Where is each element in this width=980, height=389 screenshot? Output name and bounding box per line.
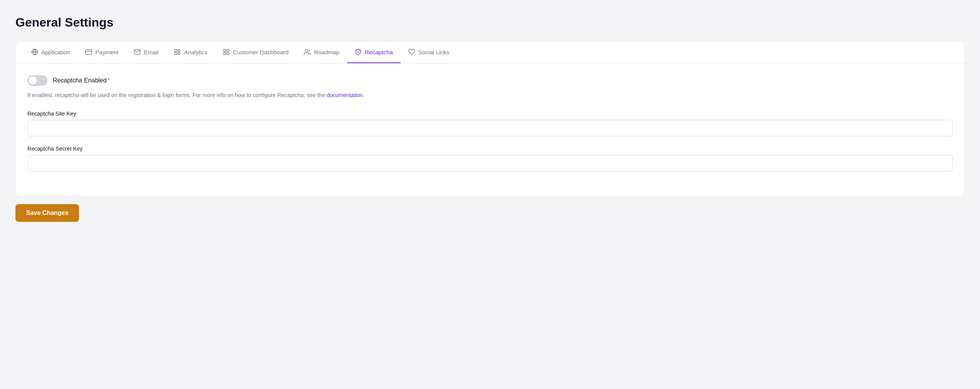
globe-icon [31, 49, 38, 55]
tab-roadmap-label: Roadmap [314, 49, 339, 55]
grid-icon [174, 49, 181, 55]
tab-customer-dashboard-label: Customer Dashboard [233, 49, 288, 55]
tab-analytics-label: Analytics [184, 49, 207, 55]
tab-roadmap[interactable]: Roadmap [296, 42, 347, 63]
card-body: Recaptcha Enabled* If enabled, recaptcha… [16, 64, 964, 196]
svg-rect-10 [224, 53, 226, 55]
grid2-icon [223, 49, 230, 55]
secret-key-label: Recaptcha Secret Key [27, 146, 953, 152]
doc-link[interactable]: documentation [327, 92, 363, 98]
tab-social-links[interactable]: Social Links [401, 42, 457, 63]
secret-key-group: Recaptcha Secret Key [27, 146, 953, 171]
svg-rect-2 [86, 50, 92, 54]
secret-key-input[interactable] [27, 155, 953, 171]
recaptcha-toggle[interactable] [27, 75, 47, 86]
svg-rect-4 [175, 49, 177, 51]
card-icon [85, 49, 92, 55]
tab-application-label: Application [41, 49, 70, 55]
save-button[interactable]: Save Changes [15, 204, 79, 222]
tab-email-label: Email [144, 49, 158, 55]
toggle-label: Recaptcha Enabled* [53, 77, 110, 84]
site-key-label: Recaptcha Site Key [27, 111, 953, 117]
tab-recaptcha[interactable]: Recaptcha [347, 42, 401, 63]
toggle-slider [27, 75, 47, 86]
users-icon [304, 49, 311, 55]
tabs-nav: Application Payment Email [16, 42, 964, 64]
settings-card: Application Payment Email [15, 41, 965, 196]
tab-application[interactable]: Application [24, 42, 77, 63]
tab-email[interactable]: Email [126, 42, 166, 63]
tab-payment-label: Payment [95, 49, 118, 55]
svg-rect-7 [178, 53, 180, 55]
svg-rect-5 [178, 49, 180, 51]
description-text: If enabled, recaptcha will be used on th… [27, 91, 953, 100]
tab-payment[interactable]: Payment [77, 42, 126, 63]
shield-icon [355, 49, 362, 55]
svg-rect-9 [227, 49, 229, 51]
svg-rect-6 [175, 53, 177, 55]
tab-social-links-label: Social Links [418, 49, 450, 55]
svg-rect-11 [227, 53, 229, 55]
tab-recaptcha-label: Recaptcha [365, 49, 393, 55]
site-key-group: Recaptcha Site Key [27, 111, 953, 136]
envelope-icon [134, 49, 141, 55]
tab-analytics[interactable]: Analytics [166, 42, 215, 63]
toggle-row: Recaptcha Enabled* [27, 75, 953, 86]
heart-icon [408, 49, 415, 55]
site-key-input[interactable] [27, 120, 953, 136]
svg-rect-8 [224, 49, 226, 51]
tab-customer-dashboard[interactable]: Customer Dashboard [215, 42, 296, 63]
page-title: General Settings [15, 15, 965, 30]
required-star: * [108, 77, 110, 84]
svg-point-12 [305, 49, 308, 52]
